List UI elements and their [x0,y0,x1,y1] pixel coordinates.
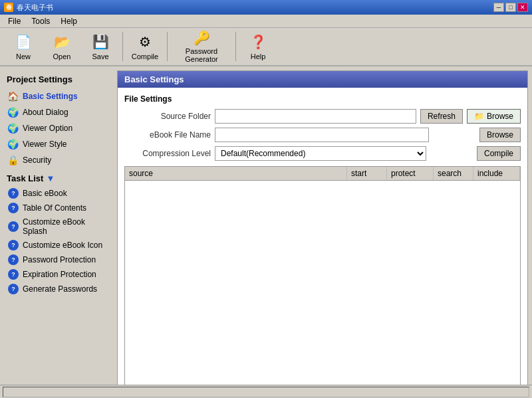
source-folder-input[interactable] [215,109,416,124]
task-item-generate-passwords[interactable]: ? Generate Passwords [3,282,110,296]
menu-bar: File Tools Help [0,15,532,28]
file-settings-title: File Settings [124,94,521,104]
sidebar: Project Settings 🏠 Basic Settings 🌍 Abou… [0,66,113,385]
compile-icon: ⚙ [136,33,154,51]
task-label-splash: Customize eBook Splash [23,217,106,236]
toolbar-password-label: Password Generator [172,47,231,63]
task-label-expiration: Expiration Protection [23,270,96,279]
toolbar-compile-button[interactable]: ⚙ Compile [127,30,163,63]
toolbar-password-button[interactable]: 🔑 Password Generator [172,30,231,63]
toolbar-save-button[interactable]: 💾 Save [82,30,118,63]
task-item-basic-ebook[interactable]: ? Basic eBook [3,186,110,201]
col-start: start [347,167,387,180]
sidebar-item-basic-settings[interactable]: 🏠 Basic Settings [3,88,110,104]
new-icon: 📄 [14,33,33,51]
browse-icon: 📁 [474,112,484,121]
sidebar-label-basic-settings: Basic Settings [23,92,78,101]
ebook-filename-input[interactable] [215,128,429,142]
browse-button-source[interactable]: 📁 Browse [467,109,521,124]
sidebar-label-about-dialog: About Dialog [23,108,68,117]
task-label-generate: Generate Passwords [23,284,97,294]
source-folder-label: Source Folder [124,112,211,121]
toolbar-new-button[interactable]: 📄 New [5,30,41,63]
menu-help[interactable]: Help [55,15,82,27]
status-text [3,387,529,397]
status-bar [0,385,532,398]
help-icon: ❓ [249,33,267,51]
compression-select[interactable]: Default(Recommended) [215,146,426,161]
main-panel: Basic Settings File Settings Source Fold… [117,70,528,385]
source-folder-row: Source Folder Refresh 📁 Browse [124,109,521,124]
task-item-password-protection[interactable]: ? Password Protection [3,252,110,267]
sidebar-item-about-dialog[interactable]: 🌍 About Dialog [3,104,110,120]
sidebar-item-security[interactable]: 🔒 Security [3,152,110,168]
task-item-table-of-contents[interactable]: ? Table Of Contents [3,201,110,215]
panel-body: File Settings Source Folder Refresh 📁 Br… [118,88,527,385]
project-settings-title: Project Settings [3,72,110,88]
col-include: include [473,167,520,180]
compile-button[interactable]: Compile [477,146,521,161]
compression-row: Compression Level Default(Recommended) R… [124,146,521,161]
save-icon: 💾 [91,33,110,51]
task-label-toc: Table Of Contents [23,203,86,213]
toolbar-save-label: Save [92,52,108,60]
toolbar-open-button[interactable]: 📂 Open [44,30,80,63]
task-item-customize-splash[interactable]: ? Customize eBook Splash [3,215,110,238]
ebook-filename-row: eBook File Name Refresh Browse [124,128,521,142]
toolbar: 📄 New 📂 Open 💾 Save ⚙ Compile 🔑 Password… [0,28,532,66]
col-search: search [434,167,473,180]
task-label-basic-ebook: Basic eBook [23,189,67,198]
security-icon: 🔒 [7,154,19,166]
task-icon-splash: ? [8,221,19,232]
toolbar-compile-label: Compile [132,52,158,60]
viewer-option-icon: 🌍 [7,122,19,134]
title-bar: 春 春天电子书 ─ □ ✕ [0,0,532,15]
viewer-style-icon: 🌍 [7,138,19,150]
main-layout: Project Settings 🏠 Basic Settings 🌍 Abou… [0,66,532,385]
open-icon: 📂 [53,33,71,51]
toolbar-open-label: Open [53,52,71,60]
browse-button-ebook[interactable]: Browse [479,128,521,142]
task-icon-icon: ? [8,240,19,250]
about-dialog-icon: 🌍 [7,106,19,118]
task-item-customize-icon[interactable]: ? Customize eBook Icon [3,238,110,252]
file-table-header: source start protect search include [125,167,520,181]
sidebar-label-viewer-option: Viewer Option [23,124,72,133]
sidebar-label-viewer-style: Viewer Style [23,140,66,149]
task-list-title: Task List [7,173,43,183]
refresh-button[interactable]: Refresh [420,109,463,124]
sidebar-item-viewer-option[interactable]: 🌍 Viewer Option [3,120,110,136]
col-source: source [125,167,347,180]
close-button[interactable]: ✕ [517,3,528,12]
task-icon-generate: ? [8,284,19,294]
toolbar-separator-3 [235,32,236,61]
task-label-icon: Customize eBook Icon [23,241,102,250]
content-area: Basic Settings File Settings Source Fold… [113,66,532,385]
compression-label: Compression Level [124,149,211,158]
task-icon-toc: ? [8,203,19,213]
sidebar-item-viewer-style[interactable]: 🌍 Viewer Style [3,136,110,152]
file-table: source start protect search include [124,166,521,385]
password-icon: 🔑 [192,30,211,46]
toolbar-separator-2 [167,32,168,61]
panel-header: Basic Settings [118,71,527,88]
toolbar-new-label: New [16,52,31,60]
ebook-filename-label: eBook File Name [124,130,211,140]
basic-settings-icon: 🏠 [7,90,19,102]
col-protect: protect [387,167,434,180]
toolbar-help-button[interactable]: ❓ Help [240,30,276,63]
task-item-expiration-protection[interactable]: ? Expiration Protection [3,267,110,282]
menu-tools[interactable]: Tools [26,15,55,27]
menu-file[interactable]: File [3,15,26,27]
toolbar-separator-1 [122,32,123,61]
toolbar-help-label: Help [251,52,266,60]
task-icon-expiration: ? [8,269,19,280]
task-label-password: Password Protection [23,255,96,264]
minimize-button[interactable]: ─ [493,3,504,12]
app-icon: 春 [4,3,13,12]
task-icon-basic-ebook: ? [8,188,19,199]
sidebar-label-security: Security [23,155,51,165]
title-bar-text: 春天电子书 [17,3,493,13]
task-list-arrow-icon: ▼ [46,173,55,183]
maximize-button[interactable]: □ [505,3,516,12]
